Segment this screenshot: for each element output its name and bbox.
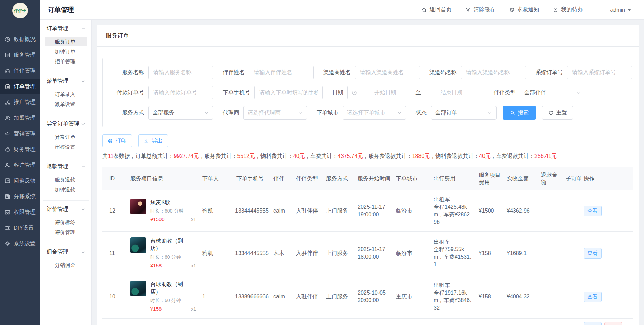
sos-notice-link[interactable]: 求救通知 bbox=[509, 6, 539, 13]
channel-code-input[interactable] bbox=[461, 66, 526, 79]
sidebar-item-customer-mgmt[interactable]: 客户管理 bbox=[0, 157, 40, 173]
submenu-item-extra-time-orders[interactable]: 加钟订单 bbox=[45, 46, 87, 56]
submenu-item-extra-time-refund[interactable]: 加钟退款 bbox=[45, 185, 87, 194]
sidebar-item-promotion-mgmt[interactable]: 推广管理 bbox=[0, 94, 40, 110]
submenu-item-review-mgmt[interactable]: 评价管理 bbox=[45, 227, 87, 237]
user-menu[interactable]: admin bbox=[610, 7, 631, 13]
date-end-placeholder: 结束日期 bbox=[423, 89, 480, 96]
start-time: 2025-11-17 19:00:00 bbox=[355, 190, 393, 232]
buyer: 狗凯 bbox=[199, 190, 234, 232]
submenu-group-header[interactable]: 退款管理 bbox=[45, 163, 87, 170]
submenu-group-header[interactable]: 异常订单管理 bbox=[45, 120, 87, 127]
my-todo-link[interactable]: 我的待办 bbox=[553, 6, 583, 13]
view-button[interactable]: 查看 bbox=[584, 248, 602, 259]
submenu-item-abnormal-orders[interactable]: 异常订单 bbox=[45, 132, 87, 142]
col-buyer: 下单人 bbox=[199, 167, 234, 190]
partner-type: 入驻伴伴 bbox=[293, 275, 323, 319]
clear-cache-link[interactable]: 清除缓存 bbox=[465, 6, 495, 13]
sliders-icon bbox=[4, 225, 11, 231]
sidebar-item-label: 加盟管理 bbox=[14, 114, 36, 122]
service-mode: 上门服务 bbox=[323, 190, 355, 232]
sidebar-item-label: 系统设置 bbox=[14, 240, 36, 247]
sidebar-item-label: 伴伴管理 bbox=[14, 67, 36, 75]
transfer-button[interactable]: 转单 bbox=[604, 322, 622, 325]
submenu-item-review-tags[interactable]: 评价标签 bbox=[45, 217, 87, 227]
sidebar-item-feedback[interactable]: 问题反馈 bbox=[0, 173, 40, 189]
service-qty: x1 bbox=[191, 305, 197, 313]
sidebar-item-partner-mgmt[interactable]: 伴伴管理 bbox=[0, 63, 40, 79]
status-select[interactable]: 全部订单 bbox=[431, 106, 497, 120]
service-name-input[interactable] bbox=[148, 66, 213, 79]
submenu-item-review-settings[interactable]: 审核设置 bbox=[45, 142, 87, 152]
sidebar-item-service-mgmt[interactable]: 服务管理 bbox=[0, 47, 40, 63]
table-header-row: ID 服务项目信息 下单人 下单手机号 伴伴 伴伴类型 服务方式 服务开始时间 … bbox=[102, 167, 633, 190]
order-phone-input[interactable] bbox=[254, 86, 323, 99]
submenu-item-service-refund[interactable]: 服务退款 bbox=[45, 175, 87, 185]
sidebar-item-label: 财务管理 bbox=[14, 146, 36, 153]
print-button[interactable]: 打印 bbox=[102, 134, 132, 147]
submenu-group-header[interactable]: 佣金管理 bbox=[45, 248, 87, 256]
channel-owner-input[interactable] bbox=[355, 66, 420, 79]
submenu-item-dispatch-settings[interactable]: 派单设置 bbox=[45, 99, 87, 109]
sidebar-item-label: 问题反馈 bbox=[14, 177, 36, 185]
table-row: 炫麦K歌 13212311111 2025-10-05 出租车 bbox=[102, 319, 633, 325]
submenu-group-header[interactable]: 订单管理 bbox=[45, 25, 87, 32]
top-header: 订单管理 返回首页 清除缓存 求救通知 我的待办 admin bbox=[40, 0, 644, 20]
filter-form: 服务名称 伴伴姓名 渠道商姓名 渠道码名称 系统订单号 bbox=[102, 58, 633, 127]
buyer-phone: 13389666666 bbox=[235, 293, 271, 300]
submenu-group-header[interactable]: 评价管理 bbox=[45, 206, 87, 213]
clear-cache-label: 清除缓存 bbox=[473, 6, 495, 13]
sys-order-no-input[interactable] bbox=[567, 66, 632, 79]
agent-select[interactable]: 请选择代理商 bbox=[243, 106, 307, 120]
service-price: ¥158 bbox=[150, 305, 187, 313]
headset-icon bbox=[4, 68, 11, 74]
alarm-icon bbox=[509, 7, 515, 13]
submenu-group-header[interactable]: 派单管理 bbox=[45, 78, 87, 85]
refund-amount bbox=[538, 275, 563, 319]
submenu-item-distribution-commission[interactable]: 分销佣金 bbox=[45, 260, 87, 270]
buyer: 1 bbox=[199, 275, 234, 319]
col-refund: 退款金额 bbox=[538, 167, 563, 190]
export-button[interactable]: 导出 bbox=[138, 134, 168, 147]
travel-detail: 全程1917.16km，车费¥3846.32 bbox=[434, 289, 473, 312]
view-button[interactable]: 查看 bbox=[584, 206, 602, 216]
sidebar-item-finance-mgmt[interactable]: 财务管理 bbox=[0, 141, 40, 157]
service-name: 台球助教（到店） bbox=[150, 237, 187, 252]
item-fee: ¥1500 bbox=[476, 190, 504, 232]
table-row: 11 台球助教（到店） 时长：60 分钟 ¥158 x1 bbox=[102, 232, 633, 275]
sys-order-no-label: 系统订单号 bbox=[536, 69, 563, 76]
search-button[interactable]: 搜索 bbox=[503, 106, 536, 120]
home-icon bbox=[421, 7, 427, 13]
order-city-select[interactable]: 请选择下单城市 bbox=[343, 106, 406, 120]
sidebar-item-franchise-mgmt[interactable]: 加盟管理 bbox=[0, 110, 40, 126]
sidebar-item-marketing-mgmt[interactable]: 营销管理 bbox=[0, 126, 40, 141]
start-time: 2025-10-05 bbox=[355, 319, 393, 325]
partner-type: 入驻伴伴 bbox=[293, 232, 323, 275]
sidebar-item-permission-mgmt[interactable]: 权限管理 bbox=[0, 204, 40, 220]
partner-name-label: 伴伴姓名 bbox=[223, 69, 245, 76]
service-mode-select[interactable]: 全部服务 bbox=[148, 106, 213, 120]
date-start-placeholder: 开始日期 bbox=[357, 89, 414, 96]
logo: 伴伴子 bbox=[0, 0, 40, 31]
service-name: 炫麦K歌 bbox=[150, 199, 187, 206]
view-button[interactable]: 查看 bbox=[584, 292, 602, 302]
date-range-picker[interactable]: 开始日期 至 结束日期 bbox=[347, 86, 484, 99]
sidebar-item-data-overview[interactable]: 数据概况 bbox=[0, 31, 40, 47]
pay-order-no-input[interactable] bbox=[148, 86, 213, 99]
sidebar-item-order-mgmt[interactable]: 订单管理 bbox=[0, 79, 40, 94]
partner-name-input[interactable] bbox=[249, 66, 314, 79]
back-home-link[interactable]: 返回首页 bbox=[421, 6, 451, 13]
submenu-item-order-entry[interactable]: 订单录入 bbox=[45, 89, 87, 99]
sidebar-item-ledger-system[interactable]: 分账系统 bbox=[0, 189, 40, 204]
partner-type-select[interactable]: 全部伴伴 bbox=[520, 86, 585, 99]
view-button[interactable]: 查看 bbox=[584, 322, 602, 325]
main-content: 服务订单 服务名称 伴伴姓名 渠道商姓名 渠道码名称 bbox=[92, 20, 644, 325]
sidebar-item-diy-settings[interactable]: DIY设置 bbox=[0, 220, 40, 236]
submenu-item-service-orders[interactable]: 服务订单 bbox=[45, 37, 87, 46]
sos-notice-label: 求救通知 bbox=[517, 6, 539, 13]
travel-detail: 全程759.55km，车费¥1531.1 bbox=[434, 246, 473, 268]
reset-button[interactable]: 重置 bbox=[542, 106, 573, 120]
submenu-item-rejected-orders[interactable]: 拒单管理 bbox=[45, 56, 87, 66]
sidebar-item-system-settings[interactable]: 系统设置 bbox=[0, 236, 40, 252]
megaphone-icon bbox=[4, 131, 11, 137]
